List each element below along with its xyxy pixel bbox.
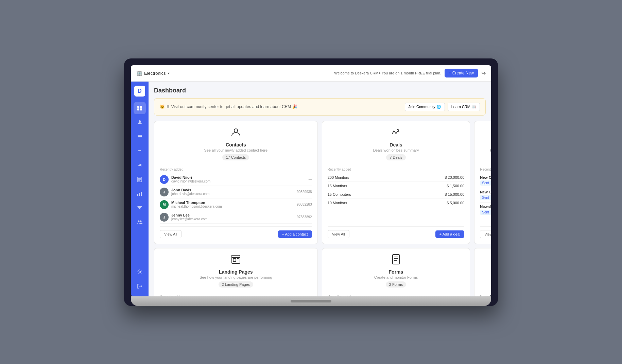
sidebar-item-contacts[interactable]	[134, 116, 146, 128]
add-deal-button[interactable]: + Add a deal	[435, 230, 464, 238]
sidebar: D	[131, 82, 149, 296]
svg-point-4	[139, 120, 141, 122]
contact-email: jenny.lee@deskera.com	[171, 217, 294, 221]
svg-rect-0	[137, 106, 139, 108]
svg-rect-7	[138, 138, 142, 138]
main-content: Dashboard 🐱 🖥 Visit out community center…	[149, 82, 491, 296]
sidebar-item-filter[interactable]	[134, 202, 146, 214]
landing-pages-recently-added-label: Recently added	[160, 295, 312, 296]
logout-icon[interactable]: ↪	[481, 70, 486, 76]
contact-phone: 98032283	[297, 203, 312, 206]
sidebar-bottom	[134, 266, 146, 292]
landing-pages-card-body: Recently added Great Day https://pages.d…	[160, 291, 312, 296]
contact-info: David Niiori david.niiori@deskera.com	[171, 175, 306, 183]
sidebar-item-campaigns[interactable]	[134, 159, 146, 171]
campaign-name: New Campaign	[480, 175, 491, 179]
campaign-name: New Campaign	[480, 190, 491, 194]
contact-name: David Niiori	[171, 175, 306, 179]
contacts-card: Contacts See all your newly added contac…	[154, 121, 318, 244]
contact-row: J John Davis john.davis@deskera.com 9032…	[160, 186, 312, 198]
deals-card-header: Deals Deals won or loss summary 7 Deals	[328, 127, 465, 164]
contact-info: Micheal Thompson micheal.thompson@desker…	[171, 201, 294, 208]
deals-card-title: Deals	[390, 142, 402, 148]
deal-row: 10 Monitors $ 5,000.00	[328, 199, 465, 207]
deals-count-badge: 7 Deals	[386, 154, 405, 160]
svg-rect-11	[138, 179, 141, 180]
sidebar-item-settings[interactable]	[134, 266, 146, 278]
contacts-card-icon	[230, 127, 241, 140]
contact-name: John Davis	[171, 188, 294, 192]
contacts-view-all-button[interactable]: View All	[160, 230, 182, 238]
svg-rect-22	[232, 255, 240, 258]
contacts-count-badge: 17 Contacts	[222, 154, 249, 160]
topbar-right: Welcome to Deskera CRM+ You are on 1 mon…	[334, 69, 486, 77]
dashboard-grid: Contacts See all your newly added contac…	[154, 121, 486, 296]
landing-pages-card-subtitle: See how your landing pages are performin…	[200, 275, 272, 279]
contacts-card-header: Contacts See all your newly added contac…	[160, 127, 312, 164]
deal-name: 10 Monitors	[328, 201, 347, 205]
sidebar-item-deals[interactable]	[134, 145, 146, 157]
campaign-meta: Sent Visitors: 10 Clicks: 0	[480, 180, 491, 186]
add-contact-button[interactable]: + Add a contact	[278, 230, 312, 238]
deals-view-all-button[interactable]: View All	[328, 230, 349, 238]
learn-crm-button[interactable]: Learn CRM 📖	[448, 103, 480, 111]
trial-message: Welcome to Deskera CRM+ You are on 1 mon…	[334, 71, 441, 75]
sidebar-item-list[interactable]	[134, 131, 146, 143]
svg-rect-15	[141, 192, 142, 196]
deals-card: Deals Deals won or loss summary 7 Deals …	[322, 121, 470, 244]
deals-card-body: Recently added 200 Monitors $ 20,000.00 …	[328, 164, 465, 224]
svg-rect-26	[393, 255, 399, 264]
contact-avatar: D	[160, 175, 169, 184]
deals-recently-added-label: Recently added	[328, 168, 465, 171]
campaigns-view-all-button[interactable]: View All	[480, 230, 491, 238]
deal-name: 200 Monitors	[328, 175, 349, 179]
contacts-card-title: Contacts	[226, 142, 246, 148]
contact-info: John Davis john.davis@deskera.com	[171, 188, 294, 196]
contact-email: john.davis@deskera.com	[171, 192, 294, 196]
svg-rect-5	[138, 135, 142, 136]
create-new-button[interactable]: + Create New	[445, 69, 478, 77]
sidebar-item-analytics[interactable]	[134, 188, 146, 200]
contact-info: Jenny Lee jenny.lee@deskera.com	[171, 213, 294, 221]
campaigns-card-header: Campaigns Recent Campaigns and modify it…	[480, 127, 491, 164]
deals-card-icon	[391, 127, 401, 140]
svg-point-18	[139, 271, 141, 273]
landing-pages-card-header: Landing Pages See how your landing pages…	[160, 254, 312, 291]
deal-amount: $ 5,000.00	[447, 201, 464, 205]
sent-badge: Sent	[480, 180, 491, 186]
community-banner-buttons: Join Community 🌐 Learn CRM 📖	[405, 103, 480, 111]
deal-row: 15 Montiors $ 1,500.00	[328, 182, 465, 190]
contact-phone: 90329938	[297, 190, 312, 194]
forms-card-icon	[391, 254, 401, 267]
contact-row: D David Niiori david.niiori@deskera.com …	[160, 173, 312, 186]
forms-card-body: Recently added Summer Sales https://page…	[328, 291, 465, 296]
contact-avatar: J	[160, 213, 169, 222]
campaigns-card-footer: View All + Create a campaign	[480, 226, 491, 238]
campaigns-card: Campaigns Recent Campaigns and modify it…	[474, 121, 491, 244]
contact-phone: 97383892	[297, 215, 312, 219]
deal-amount: $ 15,000.00	[445, 192, 464, 196]
landing-pages-card-icon	[230, 254, 241, 267]
sidebar-item-dashboard[interactable]	[134, 102, 146, 114]
campaign-row: Newsletter Sent Visitors: 1 Clicks: 0	[480, 203, 491, 217]
sent-badge: Sent	[480, 210, 491, 215]
contact-row: J Jenny Lee jenny.lee@deskera.com 973838…	[160, 211, 312, 224]
sidebar-item-logout[interactable]	[134, 280, 146, 292]
campaigns-recently-added-label: Recently added	[480, 168, 491, 171]
community-banner: 🐱 🖥 Visit out community center to get al…	[154, 98, 486, 116]
deals-card-subtitle: Deals won or loss summary	[373, 148, 419, 152]
join-community-button[interactable]: Join Community 🌐	[405, 103, 445, 111]
landing-pages-card-title: Landing Pages	[219, 269, 253, 275]
forms-count-badge: 2 Forms	[386, 281, 406, 288]
company-selector[interactable]: 🏢 Electronics ▾	[136, 70, 170, 76]
sidebar-item-users[interactable]	[134, 216, 146, 228]
funnels-card-header: Funnels See all your funnels here 2 Funn…	[480, 254, 491, 291]
landing-pages-count-badge: 2 Landing Pages	[219, 281, 254, 288]
deal-amount: $ 20,000.00	[445, 175, 464, 179]
sidebar-item-forms[interactable]	[134, 173, 146, 186]
contact-avatar: J	[160, 188, 169, 196]
contacts-card-subtitle: See all your newly added contact here	[204, 148, 268, 152]
content-area: Dashboard 🐱 🖥 Visit out community center…	[149, 82, 491, 296]
deals-card-footer: View All + Add a deal	[328, 226, 465, 238]
forms-recently-added-label: Recently added	[328, 295, 465, 296]
